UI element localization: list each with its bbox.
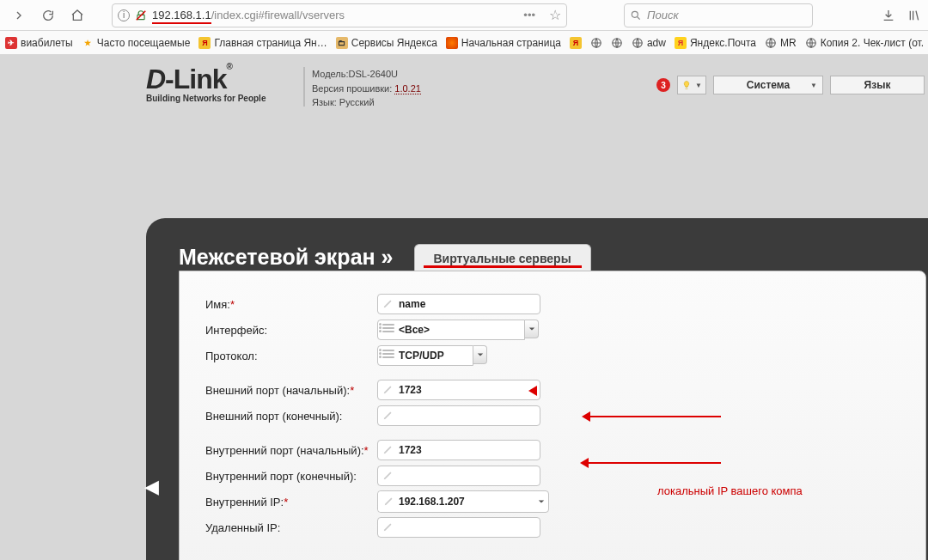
bookmark-item[interactable]: Я xyxy=(570,37,582,49)
pencil-icon xyxy=(382,469,394,481)
bookmark-item[interactable]: Начальная страница xyxy=(446,37,561,49)
bookmark-item[interactable]: ✈виабилеты xyxy=(5,37,73,49)
search-icon xyxy=(630,9,642,21)
bookmark-item[interactable]: ★Часто посещаемые xyxy=(82,37,191,49)
label-int-port-start: Внутренний порт (начальный):* xyxy=(205,444,377,457)
library-icon[interactable] xyxy=(907,9,921,22)
label-int-port-end: Внутренний порт (конечный): xyxy=(205,470,377,483)
tab-virtual-servers[interactable]: Виртуальные серверы xyxy=(414,244,591,271)
bookmark-star-icon[interactable]: ☆ xyxy=(549,7,561,23)
forward-button[interactable] xyxy=(7,3,31,27)
bookmark-item[interactable]: ЯГлавная страница Ян… xyxy=(198,37,327,49)
label-internal-ip: Внутренний IP:* xyxy=(205,496,377,508)
select-internal-ip[interactable]: 192.168.1.207 xyxy=(377,490,549,513)
bookmark-item[interactable] xyxy=(611,37,623,49)
annotation-arrow-icon xyxy=(532,390,537,392)
annotation-arrow-icon xyxy=(583,462,721,464)
bookmark-item[interactable]: adw xyxy=(632,37,666,49)
site-info-icon[interactable]: i xyxy=(118,9,130,21)
input-ext-port-end[interactable] xyxy=(377,405,540,426)
firewall-card: ◀ Межсетевой экран » Виртуальные серверы… xyxy=(146,218,928,560)
input-name[interactable]: name xyxy=(377,294,540,314)
bookmark-item[interactable] xyxy=(590,37,602,49)
url-bar-right: ••• ☆ xyxy=(523,7,561,23)
pencil-icon xyxy=(382,409,394,421)
breadcrumb[interactable]: Межсетевой экран » xyxy=(179,245,394,270)
annotation-arrow-icon xyxy=(585,416,721,417)
input-int-port-end[interactable] xyxy=(377,466,540,486)
label-protocol: Протокол: xyxy=(205,350,377,362)
bookmark-item[interactable]: Копия 2. Чек-лист (от. xyxy=(805,37,924,49)
label-ext-port-end: Внешний порт (конечный): xyxy=(205,410,377,423)
pencil-icon xyxy=(383,495,395,507)
bookmark-item[interactable]: MR xyxy=(765,37,797,49)
home-button[interactable] xyxy=(65,3,89,27)
firmware-version[interactable]: 1.0.21 xyxy=(394,83,421,94)
chevron-down-icon xyxy=(525,320,539,338)
browser-toolbar: i 192.168.1.1/index.cgi#firewall/vserver… xyxy=(0,0,928,31)
label-name: Имя:* xyxy=(205,298,377,311)
insecure-icon xyxy=(135,9,147,21)
language-dropdown[interactable]: Язык xyxy=(830,76,925,94)
bookmark-item[interactable]: 🗀Сервисы Яндекса xyxy=(336,37,437,49)
list-icon xyxy=(382,324,394,336)
notification-badge[interactable]: 3 xyxy=(656,78,670,92)
page: D-Link® Building Networks for People Мод… xyxy=(0,55,928,560)
downloads-icon[interactable] xyxy=(882,9,895,22)
chevron-down-icon xyxy=(534,492,548,511)
label-interface: Интерфейс: xyxy=(205,324,377,337)
divider xyxy=(303,67,305,107)
bookmarks-bar: ✈виабилеты ★Часто посещаемые ЯГлавная ст… xyxy=(0,31,928,55)
search-box[interactable]: Поиск xyxy=(624,3,813,27)
url-text: 192.168.1.1/index.cgi#firewall/vservers xyxy=(152,9,345,21)
select-interface[interactable]: <Все> xyxy=(377,320,539,340)
tips-dropdown[interactable]: ▼ xyxy=(677,76,706,94)
input-remote-ip[interactable] xyxy=(377,517,540,538)
form-panel: Имя:* name Интерфейс: <Все> Протокол: TC… xyxy=(179,271,926,560)
list-icon xyxy=(382,350,394,362)
page-header: D-Link® Building Networks for People Мод… xyxy=(0,55,928,119)
chevron-down-icon xyxy=(473,345,487,364)
label-remote-ip: Удаленный IP: xyxy=(205,521,377,534)
bookmark-item[interactable]: ЯЯндекс.Почта xyxy=(675,37,756,49)
system-dropdown[interactable]: Система▼ xyxy=(713,76,823,94)
firmware-info: Модель:DSL-2640U Версия прошивки: 1.0.21… xyxy=(312,64,421,110)
url-bar[interactable]: i 192.168.1.1/index.cgi#firewall/vserver… xyxy=(112,3,567,27)
input-ext-port-start[interactable]: 1723 xyxy=(377,380,540,400)
label-ext-port-start: Внешний порт (начальный):* xyxy=(205,384,377,397)
pencil-icon xyxy=(382,443,394,455)
page-actions-icon[interactable]: ••• xyxy=(523,9,535,21)
pencil-icon xyxy=(382,520,394,533)
logo: D-Link® Building Networks for People xyxy=(146,64,296,103)
search-placeholder: Поиск xyxy=(647,9,679,21)
collapse-caret-icon[interactable]: ◀ xyxy=(144,476,159,498)
annotation-text: локальный IP вашего компа xyxy=(657,484,803,497)
annotation-underline xyxy=(424,265,582,268)
select-protocol[interactable]: TCP/UDP xyxy=(377,345,487,366)
reload-button[interactable] xyxy=(36,3,60,27)
svg-point-3 xyxy=(632,11,638,17)
pencil-icon xyxy=(382,297,394,309)
input-int-port-start[interactable]: 1723 xyxy=(377,440,540,460)
pencil-icon xyxy=(382,383,394,395)
